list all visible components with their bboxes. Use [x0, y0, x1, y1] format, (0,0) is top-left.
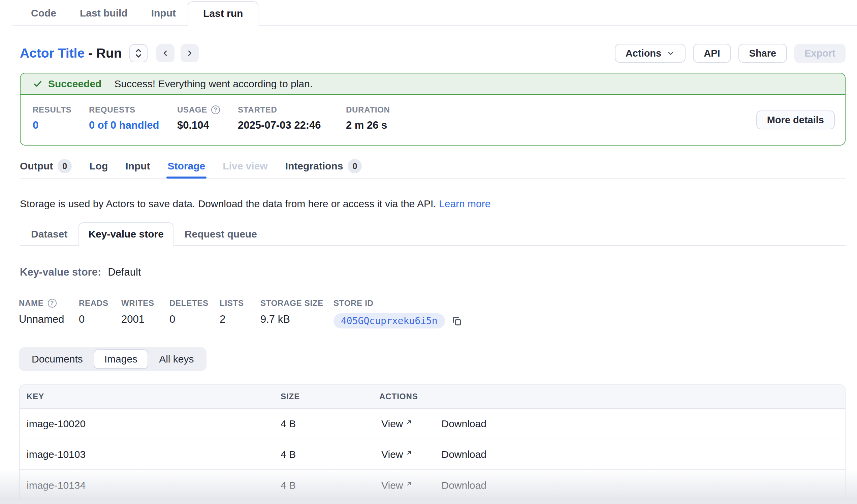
tab-last-run[interactable]: Last run — [188, 1, 258, 26]
storage-tab-dataset[interactable]: Dataset — [20, 223, 79, 245]
metric-duration-value: 2 m 26 s — [346, 119, 390, 131]
store-stats-row: NAME ? Unnamed READS 0 WRITES 2001 DELET… — [19, 299, 845, 329]
tab-code[interactable]: Code — [19, 1, 68, 25]
storage-tab-request-queue[interactable]: Request queue — [173, 223, 268, 245]
stat-lists: LISTS 2 — [220, 299, 261, 329]
table-row: image-10103 4 B View Download — [20, 439, 845, 470]
metric-usage: USAGE ? $0.104 — [177, 105, 238, 133]
metric-requests-value[interactable]: 0 of 0 handled — [89, 119, 177, 131]
copy-icon — [451, 315, 463, 327]
chevron-up-down-icon — [134, 48, 143, 58]
column-header-key: KEY — [20, 392, 274, 401]
key-filter-segmented: Documents Images All keys — [19, 347, 206, 371]
prev-run-button[interactable] — [156, 44, 174, 62]
page-title: Actor Title - Run — [20, 46, 122, 61]
metric-usage-label: USAGE — [177, 105, 207, 115]
column-header-actions: ACTIONS — [373, 392, 845, 401]
storage-tab-key-value-store[interactable]: Key-value store — [79, 222, 173, 246]
metric-duration-label: DURATION — [346, 105, 390, 115]
metric-results-value[interactable]: 0 — [33, 119, 89, 131]
run-tab-output[interactable]: Output 0 — [20, 154, 72, 178]
stat-deletes-label: DELETES — [169, 299, 220, 308]
tab-input[interactable]: Input — [139, 1, 188, 25]
filter-images[interactable]: Images — [94, 349, 148, 369]
title-actions: Actions API Share Export — [615, 44, 845, 63]
view-button[interactable]: View — [381, 418, 412, 430]
row-actions: View Download — [373, 480, 845, 491]
stat-name-value: Unnamed — [19, 313, 79, 325]
kv-store-label: Key-value store: — [20, 266, 101, 278]
share-button[interactable]: Share — [738, 44, 787, 63]
kv-store-line: Key-value store:Default — [20, 266, 845, 278]
stat-writes-value: 2001 — [121, 313, 169, 325]
metric-duration: DURATION 2 m 26 s — [346, 105, 390, 133]
bottom-scroll-strip[interactable] — [0, 500, 857, 504]
stat-store-id: STORE ID 405GQcuprxeku6i5n — [334, 299, 463, 329]
status-label: Succeeded — [33, 78, 101, 90]
run-tab-integrations[interactable]: Integrations 0 — [285, 154, 362, 178]
view-button[interactable]: View — [381, 449, 412, 460]
metric-requests-label: REQUESTS — [89, 105, 177, 115]
storage-description: Storage is used by Actors to save data. … — [20, 198, 845, 209]
run-metrics: RESULTS 0 REQUESTS 0 of 0 handled USAGE … — [20, 95, 845, 145]
kv-table: KEY SIZE ACTIONS image-10020 4 B View Do… — [19, 384, 845, 501]
run-tab-log[interactable]: Log — [89, 154, 108, 178]
view-button-label: View — [381, 480, 403, 491]
run-tab-storage[interactable]: Storage — [168, 154, 205, 178]
storage-tabbar: Dataset Key-value store Request queue — [20, 222, 845, 246]
download-button[interactable]: Download — [441, 480, 486, 491]
status-message: Success! Everything went according to pl… — [114, 78, 313, 90]
api-button[interactable]: API — [693, 44, 731, 63]
table-row: image-10020 4 B View Download — [20, 409, 845, 439]
stat-name: NAME ? Unnamed — [19, 299, 79, 329]
status-banner: Succeeded Success! Everything went accor… — [20, 73, 845, 95]
next-run-button[interactable] — [181, 44, 199, 62]
filter-all-keys[interactable]: All keys — [148, 349, 204, 369]
store-id-pill[interactable]: 405GQcuprxeku6i5n — [334, 313, 445, 329]
stat-store-id-label: STORE ID — [334, 299, 463, 308]
learn-more-link[interactable]: Learn more — [439, 198, 490, 209]
chevron-right-icon — [185, 49, 194, 57]
external-link-icon — [406, 480, 412, 487]
check-icon — [33, 79, 43, 89]
stat-reads: READS 0 — [79, 299, 121, 329]
chevron-down-icon — [667, 49, 675, 57]
run-tab-input[interactable]: Input — [125, 154, 150, 178]
metric-usage-value: $0.104 — [177, 119, 238, 131]
stat-reads-label: READS — [79, 299, 121, 308]
usage-help-icon[interactable]: ? — [211, 105, 220, 114]
stat-lists-label: LISTS — [220, 299, 261, 308]
tab-last-build[interactable]: Last build — [68, 1, 139, 25]
actor-title-link[interactable]: Actor Title — [20, 46, 85, 60]
stat-deletes-value: 0 — [169, 313, 220, 325]
download-button[interactable]: Download — [441, 418, 486, 430]
name-help-icon[interactable]: ? — [48, 299, 56, 307]
copy-store-id-button[interactable] — [451, 315, 463, 327]
filter-documents[interactable]: Documents — [21, 349, 94, 369]
metric-requests: REQUESTS 0 of 0 handled — [89, 105, 177, 133]
table-row: image-10134 4 B View Download — [20, 470, 845, 501]
view-button[interactable]: View — [381, 480, 412, 491]
actions-button[interactable]: Actions — [615, 44, 686, 63]
title-row: Actor Title - Run Actions API Share Expo… — [20, 40, 845, 67]
download-button[interactable]: Download — [441, 449, 486, 460]
stat-storage-size: STORAGE SIZE 9.7 kB — [261, 299, 334, 329]
run-selector-button[interactable] — [129, 44, 148, 62]
view-button-label: View — [381, 418, 403, 430]
table-header-row: KEY SIZE ACTIONS — [20, 385, 845, 409]
chevron-left-icon — [161, 49, 170, 57]
storage-description-text: Storage is used by Actors to save data. … — [20, 198, 436, 209]
stat-writes-label: WRITES — [121, 299, 169, 308]
stat-writes: WRITES 2001 — [121, 299, 169, 329]
status-text: Succeeded — [48, 78, 101, 90]
metric-started-label: STARTED — [238, 105, 346, 115]
stat-reads-value: 0 — [79, 313, 121, 325]
integrations-count-badge: 0 — [348, 159, 362, 173]
stat-storage-size-value: 9.7 kB — [261, 313, 334, 325]
stat-name-label: NAME — [19, 299, 44, 308]
external-link-icon — [406, 418, 412, 425]
more-details-button[interactable]: More details — [756, 111, 835, 129]
run-tab-live-view: Live view — [223, 154, 268, 178]
actions-button-label: Actions — [625, 48, 661, 59]
export-button[interactable]: Export — [794, 44, 845, 63]
